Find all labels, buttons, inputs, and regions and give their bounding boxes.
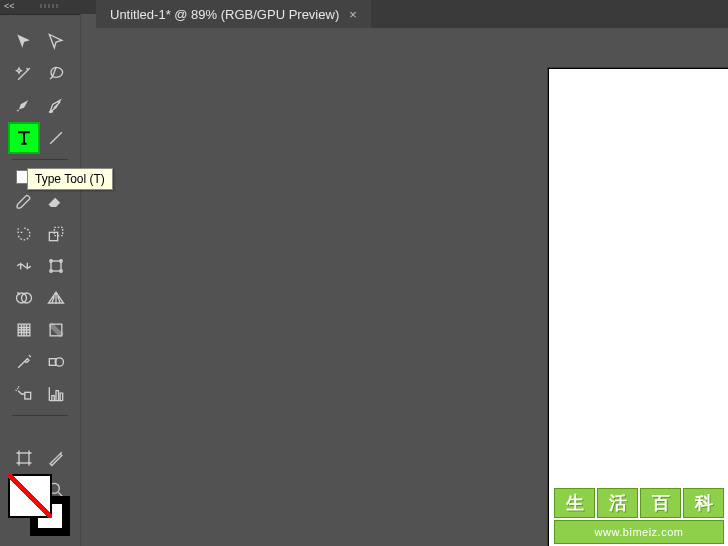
symbol-sprayer-tool[interactable]	[8, 378, 40, 410]
free-transform-tool[interactable]	[40, 250, 72, 282]
mesh-tool[interactable]	[8, 314, 40, 346]
magic-wand-tool[interactable]	[8, 58, 40, 90]
shape-builder-tool[interactable]	[8, 282, 40, 314]
lasso-tool[interactable]	[40, 58, 72, 90]
direct-selection-tool[interactable]	[40, 26, 72, 58]
line-segment-tool[interactable]	[40, 122, 72, 154]
document-tab[interactable]: Untitled-1* @ 89% (RGB/GPU Preview) ×	[96, 0, 371, 28]
svg-rect-0	[49, 232, 57, 240]
close-icon[interactable]: ×	[349, 7, 357, 22]
artboard[interactable]	[548, 68, 728, 546]
grip-icon	[40, 4, 58, 8]
fill-swatch[interactable]	[8, 474, 52, 518]
svg-rect-2	[51, 261, 61, 271]
perspective-grid-tool[interactable]	[40, 282, 72, 314]
svg-rect-1	[54, 227, 62, 235]
svg-rect-14	[19, 453, 29, 463]
artboard-tool[interactable]	[8, 442, 40, 474]
paintbrush-tool[interactable]	[8, 186, 40, 218]
document-tab-bar: Untitled-1* @ 89% (RGB/GPU Preview) ×	[96, 0, 728, 28]
gradient-tool[interactable]	[40, 314, 72, 346]
slice-tool[interactable]	[40, 442, 72, 474]
toolbox-divider	[8, 410, 72, 420]
pen-tool[interactable]	[8, 90, 40, 122]
tool-grid	[8, 26, 72, 506]
selection-tool[interactable]	[8, 26, 40, 58]
collapse-chevron-icon: <<	[4, 1, 15, 11]
rotate-tool[interactable]	[8, 218, 40, 250]
eyedropper-tool[interactable]	[8, 346, 40, 378]
panel-collapse-bar[interactable]: <<	[0, 0, 96, 15]
eraser-tool[interactable]	[40, 186, 72, 218]
panel-edge	[80, 14, 97, 546]
blend-tool[interactable]	[40, 346, 72, 378]
canvas-area[interactable]	[96, 28, 728, 546]
tooltip: Type Tool (T)	[27, 168, 113, 190]
toolbox-divider	[8, 154, 72, 164]
column-graph-tool[interactable]	[40, 378, 72, 410]
document-tab-title: Untitled-1* @ 89% (RGB/GPU Preview)	[110, 7, 339, 22]
type-tool[interactable]	[8, 122, 40, 154]
curvature-tool[interactable]	[40, 90, 72, 122]
fill-stroke-swatches[interactable]	[8, 474, 68, 534]
width-tool[interactable]	[8, 250, 40, 282]
svg-rect-13	[25, 392, 31, 399]
scale-tool[interactable]	[40, 218, 72, 250]
